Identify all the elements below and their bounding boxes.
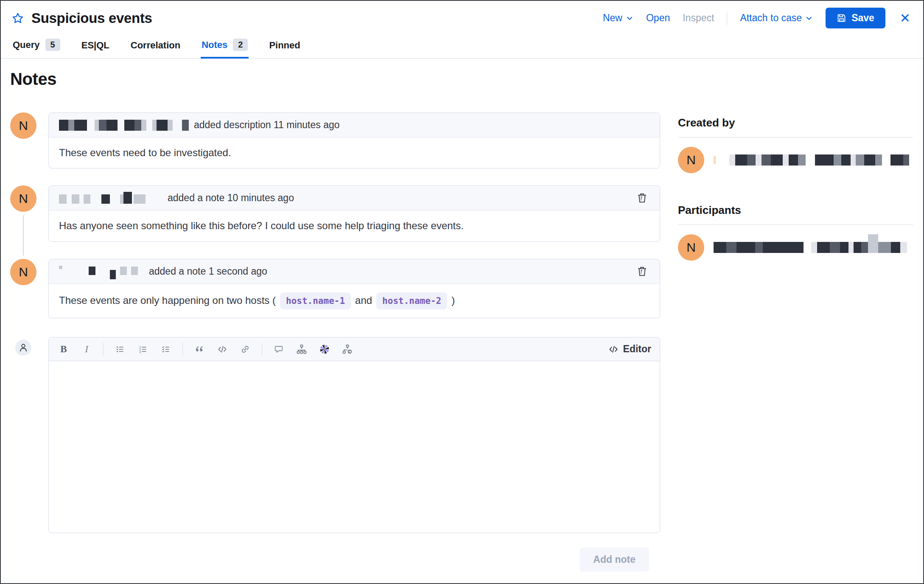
avatar: N — [10, 112, 36, 139]
chevron-down-icon — [626, 14, 633, 22]
tab-notes[interactable]: Notes2 — [201, 36, 249, 59]
note-item: N added a note 10 minutes ago Has anyone… — [10, 185, 660, 241]
open-button[interactable]: Open — [646, 12, 670, 24]
note-action-text: added description 11 minutes ago — [194, 119, 340, 131]
inspect-button[interactable]: Inspect — [683, 12, 714, 24]
tab-query[interactable]: Query5 — [12, 36, 61, 59]
delete-note-button[interactable] — [635, 264, 650, 279]
note-action-text: added a note 1 second ago — [149, 266, 267, 277]
created-by-heading: Created by — [678, 116, 913, 129]
tab-esql[interactable]: ES|QL — [81, 37, 110, 59]
notes-count-badge: 2 — [233, 39, 248, 51]
note-panel: added a note 10 minutes ago Has anyone s… — [48, 185, 660, 241]
redaction-fragment — [714, 156, 716, 164]
redacted-username — [59, 120, 189, 131]
delete-note-button[interactable] — [635, 191, 650, 205]
timeline-tabs: Query5 ES|QL Correlation Notes2 Pinned — [1, 32, 923, 59]
link-icon[interactable] — [239, 343, 252, 356]
query-count-badge: 5 — [45, 39, 60, 51]
notes-heading: Notes — [10, 70, 660, 89]
person-icon — [18, 343, 28, 353]
code-icon[interactable] — [216, 343, 229, 356]
bold-icon[interactable]: B — [57, 343, 70, 356]
note-header: added a note 1 second ago — [49, 259, 660, 284]
note-body: These events need to be investigated. — [49, 138, 660, 168]
avatar: N — [678, 234, 704, 261]
created-by-section: Created by N — [678, 116, 913, 173]
toolbar-divider — [262, 343, 262, 356]
section-divider — [678, 137, 913, 138]
svg-text:3: 3 — [139, 351, 141, 354]
redacted-username — [714, 242, 913, 253]
favorite-star-icon[interactable] — [12, 12, 24, 24]
note-panel: added a note 1 second ago These events a… — [48, 259, 660, 318]
thread-connector — [23, 215, 24, 255]
add-note-button[interactable]: Add note — [580, 548, 649, 572]
editor-mode-toggle[interactable]: Editor — [609, 343, 651, 355]
section-divider — [678, 225, 913, 225]
host-name-code: host.name-2 — [376, 292, 447, 309]
editor-toolbar: B I 123 — [49, 337, 660, 361]
unordered-list-icon[interactable] — [114, 343, 126, 356]
avatar: N — [10, 259, 36, 285]
code-brackets-icon — [609, 345, 618, 354]
toolbar-divider — [103, 343, 104, 356]
toolbar-divider — [182, 343, 183, 356]
visualization-icon[interactable] — [318, 343, 331, 356]
timeline-icon[interactable] — [295, 343, 308, 356]
note-body: Has anyone seen something like this befo… — [49, 211, 660, 241]
new-button[interactable]: New — [603, 12, 633, 24]
note-header: added a note 10 minutes ago — [49, 186, 660, 211]
italic-icon[interactable]: I — [80, 343, 93, 356]
notes-sidebar: Created by N Participants N — [678, 59, 913, 572]
host-name-code: host.name-1 — [280, 292, 351, 309]
redacted-username — [59, 266, 144, 277]
redacted-username — [729, 154, 913, 166]
attach-to-case-button[interactable]: Attach to case — [740, 12, 813, 24]
note-header: added description 11 minutes ago — [49, 113, 660, 138]
participants-heading: Participants — [678, 204, 913, 217]
new-note-editor: B I 123 — [10, 337, 660, 533]
current-user-avatar — [15, 340, 31, 356]
chevron-down-icon — [805, 14, 813, 22]
note-body: These events are only happening on two h… — [49, 284, 660, 318]
timeline-flyout: Suspicious events New Open Inspect Attac… — [0, 0, 924, 584]
tab-correlation[interactable]: Correlation — [130, 37, 181, 59]
tab-pinned[interactable]: Pinned — [268, 37, 301, 59]
avatar: N — [678, 147, 704, 173]
top-bar: Suspicious events New Open Inspect Attac… — [1, 1, 923, 32]
save-icon — [837, 13, 846, 23]
note-item-description: N added description 11 minutes ago These… — [10, 112, 660, 168]
note-editor-textarea[interactable] — [49, 361, 660, 533]
markdown-editor-panel: B I 123 — [48, 337, 660, 533]
quote-icon[interactable] — [193, 343, 206, 356]
osquery-icon[interactable] — [341, 343, 354, 356]
participants-section: Participants N — [678, 204, 913, 261]
redacted-username — [59, 193, 162, 204]
note-action-text: added a note 10 minutes ago — [168, 192, 294, 204]
note-panel: added description 11 minutes ago These e… — [48, 112, 660, 168]
avatar: N — [10, 185, 36, 212]
comment-icon[interactable] — [272, 343, 285, 356]
save-button[interactable]: Save — [826, 8, 885, 28]
close-icon[interactable]: ✕ — [898, 12, 912, 25]
header-divider — [727, 11, 727, 25]
task-list-icon[interactable] — [160, 343, 172, 356]
note-item: N added a note 1 second ago These events… — [10, 259, 660, 318]
ordered-list-icon[interactable]: 123 — [137, 343, 149, 356]
page-title: Suspicious events — [31, 10, 152, 26]
